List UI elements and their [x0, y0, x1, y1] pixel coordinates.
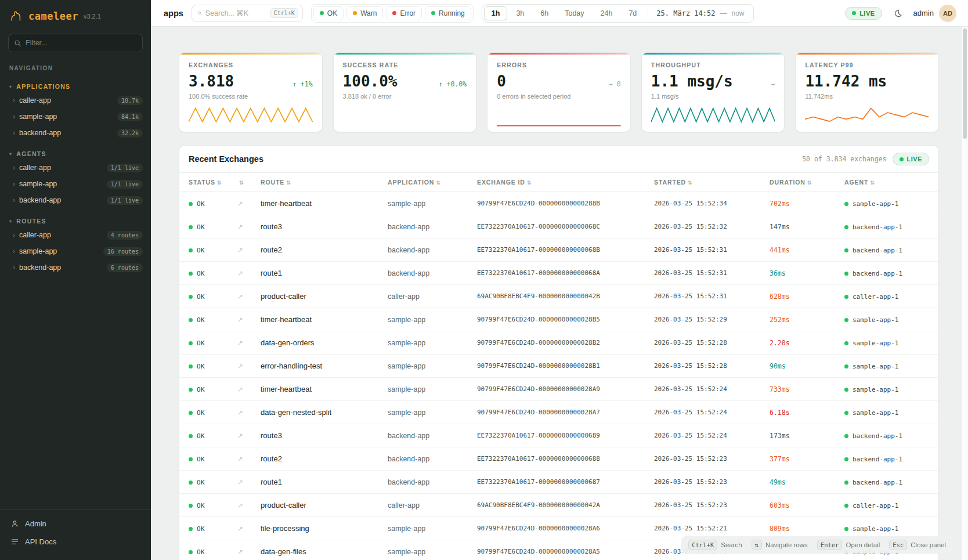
sidebar-item-routes-caller-app[interactable]: › caller-app 4 routes	[0, 227, 151, 243]
avatar[interactable]: AD	[939, 5, 956, 22]
chevron-down-icon: ▾	[9, 219, 12, 224]
hint-kbd: Ctrl+K	[688, 540, 717, 550]
range-3h[interactable]: 3h	[508, 6, 532, 20]
table-row[interactable]: OK ↗ error-handling-test sample-app 9079…	[179, 355, 938, 378]
table-row[interactable]: OK ↗ timer-heartbeat sample-app 90799F47…	[179, 192, 938, 215]
application-cell: backend-app	[383, 447, 472, 471]
sidebar-item-agent-sample-app[interactable]: › sample-app 1/1 live	[0, 176, 151, 192]
user-menu[interactable]: admin AD	[913, 5, 956, 22]
range-7d[interactable]: 7d	[621, 6, 644, 20]
col-started[interactable]: STARTED⇅	[649, 173, 765, 192]
table-row[interactable]: OK ↗ product-caller caller-app 69AC90BF8…	[179, 285, 938, 308]
open-exchange-icon[interactable]: ↗	[237, 455, 243, 463]
sidebar-item-agent-caller-app[interactable]: › caller-app 1/1 live	[0, 160, 151, 176]
application-cell: caller-app	[383, 285, 472, 308]
open-exchange-icon[interactable]: ↗	[237, 478, 243, 486]
open-exchange-icon[interactable]: ↗	[237, 200, 243, 208]
card-title: THROUGHPUT	[651, 62, 775, 68]
open-exchange-icon[interactable]: ↗	[237, 223, 243, 231]
col-exchange-id[interactable]: EXCHANGE ID⇅	[472, 173, 649, 192]
open-exchange-icon[interactable]: ↗	[237, 385, 243, 393]
table-row[interactable]: OK ↗ timer-heartbeat sample-app 90799F47…	[179, 378, 938, 401]
section-applications[interactable]: ▾ APPLICATIONS	[0, 81, 151, 92]
sidebar-item-app-backend-app[interactable]: › backend-app 32.2k	[0, 125, 151, 141]
search-shortcut-kbd: Ctrl+K	[270, 8, 298, 18]
filter-input[interactable]	[26, 39, 137, 47]
route-cell: data-gen-files	[256, 540, 383, 560]
duration-cell: 2.20s	[765, 331, 840, 355]
table-row[interactable]: OK ↗ timer-heartbeat sample-app 90799F47…	[179, 308, 938, 331]
open-exchange-icon[interactable]: ↗	[237, 525, 243, 533]
open-exchange-icon[interactable]: ↗	[237, 339, 243, 347]
col-agent[interactable]: AGENT⇅	[840, 173, 938, 192]
range-24h[interactable]: 24h	[593, 6, 620, 20]
table-row[interactable]: OK ↗ route3 backend-app EE7322370A10617-…	[179, 215, 938, 239]
open-exchange-icon[interactable]: ↗	[237, 269, 243, 277]
hint-open-detail: Enter Open detail	[817, 540, 880, 550]
col-status[interactable]: STATUS⇅	[179, 173, 233, 192]
table-row[interactable]: OK ↗ route2 backend-app EE7322370A10617-…	[179, 239, 938, 262]
table-row[interactable]: OK ↗ route3 backend-app EE7322370A10617-…	[179, 424, 938, 447]
exchange-id-cell: 90799F47E6CD24D-00000000000028A5	[472, 540, 649, 560]
sidebar-item-agent-backend-app[interactable]: › backend-app 1/1 live	[0, 192, 151, 208]
global-search[interactable]: Ctrl+K	[192, 5, 303, 22]
agent-label: sample-app-1	[853, 200, 898, 208]
table-row[interactable]: OK ↗ data-gen-orders sample-app 90799F47…	[179, 331, 938, 355]
sidebar-item-routes-backend-app[interactable]: › backend-app 6 routes	[0, 259, 151, 276]
status-label: OK	[197, 525, 205, 533]
sidebar-item-api-docs[interactable]: API Docs	[0, 533, 151, 551]
open-exchange-icon[interactable]: ↗	[237, 548, 243, 556]
range-6h[interactable]: 6h	[533, 6, 556, 20]
agent-label: sample-app-1	[853, 525, 898, 533]
open-exchange-icon[interactable]: ↗	[237, 432, 243, 440]
status-ok-dot	[189, 480, 193, 485]
range-today[interactable]: Today	[557, 6, 591, 20]
sort-icon: ⇅	[217, 180, 222, 186]
agent-label: sample-app-1	[853, 316, 898, 324]
open-exchange-icon[interactable]: ↗	[237, 409, 243, 417]
table-live-badge[interactable]: LIVE	[893, 153, 929, 165]
table-row[interactable]: OK ↗ product-caller caller-app 69AC90BF8…	[179, 494, 938, 517]
sidebar-item-routes-sample-app[interactable]: › sample-app 16 routes	[0, 243, 151, 259]
exchanges-table: STATUS⇅ ⇅ ROUTE⇅ APPLICATION⇅ EXCHANGE I…	[179, 172, 938, 560]
col-application[interactable]: APPLICATION⇅	[383, 173, 472, 192]
card-title: EXCHANGES	[189, 62, 313, 68]
stat-card-throughput: THROUGHPUT 1.1 msg/s → 1.1 msg/s	[641, 52, 785, 132]
open-exchange-icon[interactable]: ↗	[237, 246, 243, 254]
search-input[interactable]	[205, 9, 267, 17]
sidebar-item-app-sample-app[interactable]: › sample-app 84.1k	[0, 109, 151, 125]
range-1h[interactable]: 1h	[484, 6, 508, 20]
table-row[interactable]: OK ↗ route1 backend-app EE7322370A10617-…	[179, 471, 938, 494]
stat-card-success-rate: SUCCESS RATE 100.0% ↑ +0.0% 3.818 ok / 0…	[333, 52, 477, 132]
col-link[interactable]: ⇅	[233, 173, 256, 192]
agent-dot	[844, 272, 848, 276]
scrollbar	[961, 27, 968, 560]
filter-chip-ok[interactable]: OK	[313, 6, 344, 20]
table-row[interactable]: OK ↗ route2 backend-app EE7322370A10617-…	[179, 447, 938, 471]
started-cell: 2026-03-25 15:52:24	[649, 401, 765, 424]
filter-chip-error[interactable]: Error	[386, 6, 422, 20]
live-badge[interactable]: LIVE	[845, 7, 882, 20]
sidebar-item-app-caller-app[interactable]: › caller-app 10.7k	[0, 92, 151, 109]
open-exchange-icon[interactable]: ↗	[237, 501, 243, 510]
table-row[interactable]: OK ↗ data-gen-nested-split sample-app 90…	[179, 401, 938, 424]
scrollbar-thumb[interactable]	[963, 28, 967, 139]
open-exchange-icon[interactable]: ↗	[237, 292, 243, 301]
nav-item-badge: 16 routes	[103, 247, 143, 256]
agent-dot	[844, 248, 848, 252]
col-duration[interactable]: DURATION⇅	[765, 173, 840, 192]
section-agents[interactable]: ▾ AGENTS	[0, 148, 151, 160]
col-route[interactable]: ROUTE⇅	[256, 173, 383, 192]
open-exchange-icon[interactable]: ↗	[237, 316, 243, 324]
sidebar-item-admin[interactable]: Admin	[0, 515, 151, 533]
table-row[interactable]: OK ↗ route1 backend-app EE7322370A10617-…	[179, 262, 938, 285]
live-dot	[900, 157, 904, 161]
section-routes[interactable]: ▾ ROUTES	[0, 215, 151, 227]
hint-kbd: Esc	[889, 540, 907, 550]
open-exchange-icon[interactable]: ↗	[237, 362, 243, 370]
status-ok-dot	[189, 504, 193, 508]
latency-sparkline	[805, 106, 929, 127]
theme-toggle[interactable]	[889, 5, 906, 22]
filter-chip-running[interactable]: Running	[425, 6, 471, 20]
filter-chip-warn[interactable]: Warn	[346, 6, 383, 20]
